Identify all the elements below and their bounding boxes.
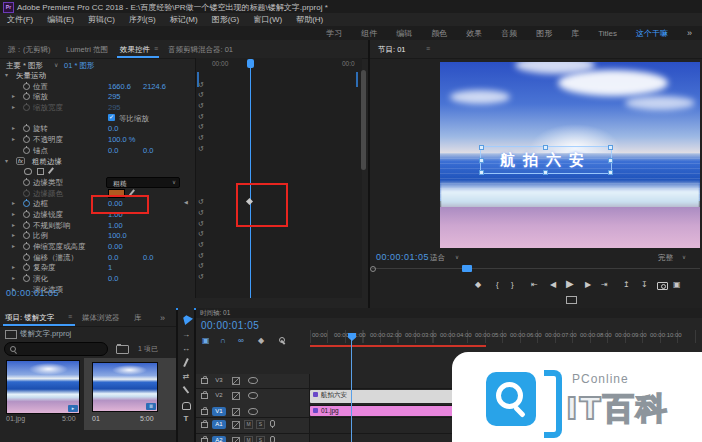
- mark-in-button[interactable]: {: [496, 280, 499, 289]
- lock-icon[interactable]: [201, 378, 208, 384]
- complexity-value[interactable]: 1: [108, 263, 112, 272]
- track-target-a1[interactable]: A1: [212, 420, 226, 429]
- text-selection-box[interactable]: 航拍六安: [480, 146, 612, 174]
- reset-icon[interactable]: [198, 230, 204, 238]
- workspace-graphics[interactable]: 图形: [536, 28, 552, 39]
- reset-icon[interactable]: [198, 145, 204, 153]
- fx-badge-icon[interactable]: fx: [16, 157, 25, 165]
- selection-handle[interactable]: [608, 145, 613, 150]
- solo-button[interactable]: S: [256, 436, 265, 442]
- step-back-button[interactable]: ◀: [550, 280, 556, 289]
- tab-libraries[interactable]: 库: [134, 313, 142, 323]
- twirl-icon[interactable]: ▸: [12, 263, 15, 270]
- selection-handle[interactable]: [479, 145, 484, 150]
- twirl-icon[interactable]: ▸: [12, 274, 15, 281]
- reset-icon[interactable]: [198, 252, 204, 260]
- twirl-open-icon[interactable]: ▾: [5, 157, 8, 164]
- panel-menu-icon[interactable]: ≡: [68, 313, 72, 320]
- offset-x-value[interactable]: 0.0: [108, 253, 118, 262]
- chevron-down-icon[interactable]: ∨: [54, 61, 58, 68]
- stopwatch-icon[interactable]: [23, 254, 30, 261]
- panel-menu-icon[interactable]: ≡: [426, 45, 430, 52]
- reset-icon[interactable]: [198, 241, 204, 249]
- selection-tool[interactable]: [181, 312, 191, 322]
- thumbnail-sequence-01[interactable]: ≣: [92, 362, 158, 412]
- stopwatch-icon[interactable]: [23, 125, 30, 132]
- stopwatch-icon[interactable]: [23, 222, 30, 229]
- menu-edit[interactable]: 编辑(E): [40, 14, 81, 25]
- stopwatch-icon[interactable]: [23, 243, 30, 250]
- reset-icon[interactable]: [198, 113, 204, 121]
- mute-button[interactable]: M: [244, 420, 253, 429]
- selection-handle[interactable]: [543, 145, 548, 150]
- workspace-titles[interactable]: Titles: [598, 29, 617, 38]
- tab-project[interactable]: 项目: 镂解文字: [5, 313, 54, 323]
- add-marker-button[interactable]: ◆: [475, 280, 481, 289]
- twirl-open-icon[interactable]: ▾: [5, 71, 8, 78]
- lock-icon[interactable]: [201, 422, 208, 428]
- position-y-value[interactable]: 2124.6: [143, 82, 166, 91]
- zoom-level-dropdown[interactable]: 适合: [430, 253, 445, 263]
- item-name[interactable]: 01: [92, 415, 100, 422]
- offset-y-value[interactable]: 0.0: [143, 253, 153, 262]
- timeline-timecode[interactable]: 00:00:01:05: [201, 320, 259, 331]
- selection-handle[interactable]: [479, 170, 484, 175]
- track-select-tool[interactable]: →: [181, 330, 191, 340]
- sync-lock-icon[interactable]: [232, 437, 240, 442]
- stopwatch-icon[interactable]: [23, 275, 30, 282]
- scale-effect-value[interactable]: 100.0: [108, 231, 127, 240]
- reset-icon[interactable]: [198, 209, 204, 217]
- stopwatch-icon[interactable]: [23, 232, 30, 239]
- twirl-icon[interactable]: ▸: [12, 103, 15, 110]
- sync-lock-icon[interactable]: [232, 421, 240, 429]
- new-bin-folder-icon[interactable]: [116, 345, 129, 354]
- twirl-icon[interactable]: ▸: [12, 199, 15, 206]
- track-target-a2[interactable]: A2: [212, 436, 226, 442]
- twirl-icon[interactable]: ▸: [12, 210, 15, 217]
- reset-icon[interactable]: [198, 91, 204, 99]
- item-name[interactable]: 01.jpg: [6, 415, 25, 422]
- tab-timeline-sequence[interactable]: 时间轴: 01: [200, 309, 230, 318]
- stopwatch-icon[interactable]: [23, 147, 30, 154]
- pen-mask-icon[interactable]: [48, 168, 54, 174]
- mark-out-button[interactable]: }: [511, 280, 514, 289]
- reset-icon[interactable]: [198, 198, 204, 206]
- ripple-edit-tool[interactable]: ↔: [181, 344, 191, 354]
- extract-button[interactable]: ↧: [641, 280, 648, 289]
- track-output-eye-icon[interactable]: [248, 408, 258, 415]
- menu-sequence[interactable]: 序列(S): [122, 14, 163, 25]
- ecp-scrollbar[interactable]: [361, 70, 366, 170]
- twirl-icon[interactable]: ▸: [12, 221, 15, 228]
- type-tool[interactable]: T: [181, 414, 191, 424]
- workspace-custom-active[interactable]: 这个干嘛: [636, 28, 668, 39]
- stopwatch-icon[interactable]: [23, 83, 30, 90]
- export-frame-button[interactable]: [657, 282, 668, 290]
- workspace-overflow-icon[interactable]: »: [687, 28, 692, 38]
- fractal-influence-value[interactable]: 1.00: [108, 221, 123, 230]
- step-forward-button[interactable]: ▶: [585, 280, 591, 289]
- position-x-value[interactable]: 1660.6: [108, 82, 131, 91]
- scrubber-zoom-handle[interactable]: [370, 266, 376, 272]
- edge-type-dropdown[interactable]: 粗糙 ∨: [106, 177, 180, 188]
- workspace-editing[interactable]: 编辑: [396, 28, 412, 39]
- program-scrubber-playhead[interactable]: [462, 265, 472, 272]
- sync-lock-icon[interactable]: [232, 392, 240, 400]
- menu-file[interactable]: 文件(F): [0, 14, 40, 25]
- workspace-learning[interactable]: 学习: [326, 28, 342, 39]
- reset-icon[interactable]: [198, 273, 204, 281]
- chevron-down-icon[interactable]: ∨: [682, 254, 686, 260]
- ellipse-mask-icon[interactable]: [24, 168, 32, 175]
- menu-marker[interactable]: 标记(M): [163, 14, 205, 25]
- lock-icon[interactable]: [201, 393, 208, 399]
- menu-window[interactable]: 窗口(W): [246, 14, 289, 25]
- voiceover-mic-icon[interactable]: [270, 436, 275, 442]
- lift-button[interactable]: ↥: [623, 280, 630, 289]
- tab-media-browser[interactable]: 媒体浏览器: [82, 313, 120, 323]
- ecp-timecode[interactable]: 00:00:01:05: [6, 288, 59, 298]
- anchor-x-value[interactable]: 0.0: [108, 146, 118, 155]
- stopwatch-icon[interactable]: [23, 136, 30, 143]
- razor-tool[interactable]: [181, 358, 191, 368]
- sync-lock-icon[interactable]: [232, 408, 240, 416]
- opacity-value[interactable]: 100.0 %: [108, 135, 136, 144]
- scale-value[interactable]: 295: [108, 92, 121, 101]
